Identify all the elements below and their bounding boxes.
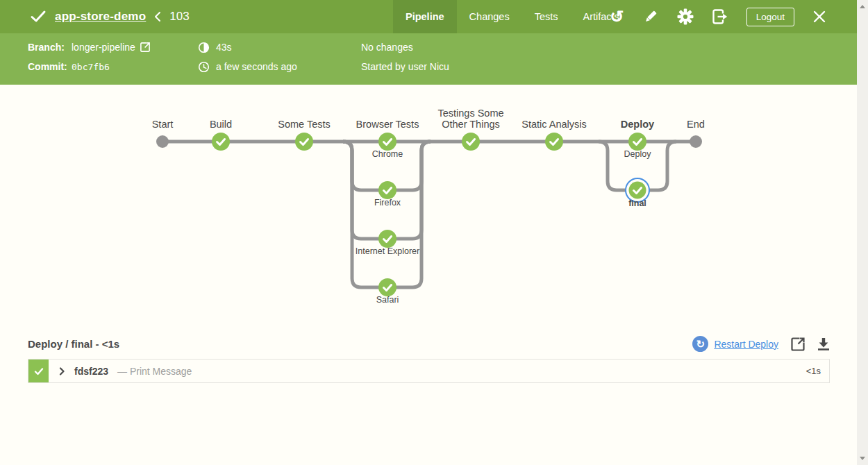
edit-pencil-icon[interactable] [642,8,659,25]
external-link-icon [140,42,150,52]
header-actions: ↺ [610,0,826,33]
restart-deploy-label: Restart Deploy [714,339,778,350]
commit-value: 0bc7fb6 [72,62,110,72]
status-check-icon [29,8,47,26]
selected-step-title: Deploy / final - <1s [28,338,119,350]
stage-label-static-analysis: Static Analysis [521,119,587,130]
chevron-left-icon [153,10,162,23]
graph-edges [162,142,696,287]
graph-node-static-analysis[interactable] [545,133,563,151]
download-log-icon[interactable] [817,338,830,350]
branch-label-deploy: Deploy [624,149,652,159]
logout-exit-icon[interactable] [712,8,728,25]
stage-label-some-tests: Some Tests [278,119,331,130]
rerun-icon[interactable]: ↺ [610,8,624,25]
detail-actions: ↻ Restart Deploy [692,336,830,352]
tab-tests[interactable]: Tests [522,0,571,33]
branch-commit-column: Branch: longer-pipeline Commit: 0bc7fb6 [28,39,198,78]
changes-text: No changes [361,42,413,53]
breadcrumb: app-store-demo 103 [29,0,190,33]
branch-label-final: final [628,198,646,208]
run-details-bar: Branch: longer-pipeline Commit: 0bc7fb6 [0,33,857,85]
tab-changes[interactable]: Changes [457,0,522,33]
pipeline-graph: Start Build Some Tests Browser Tests Tes… [0,85,857,326]
duration-value: 43s [216,42,232,53]
graph-node-internet-explorer[interactable] [378,230,397,248]
graph-node-start[interactable] [156,135,169,148]
duration-icon [198,42,210,53]
branch-label-firefox: Firefox [374,198,401,208]
graph-node-safari[interactable] [378,278,397,296]
commit-label: Commit: [28,61,72,72]
time-column: 43s a few seconds ago [198,39,361,78]
graph-node-firefox[interactable] [378,181,397,199]
cause-column: No changes Started by user Nicu [361,39,857,78]
branch-label-internet-explorer: Internet Explorer [356,246,419,256]
step-duration: <1s [806,360,829,382]
branch-label-safari: Safari [376,295,399,305]
logout-button[interactable]: Logout [746,8,794,26]
time-ago-value: a few seconds ago [216,61,297,72]
stage-label-testings-line1: Testings Some [437,108,503,119]
stage-label-start: Start [152,119,174,130]
stage-label-build: Build [210,119,232,130]
stage-label-browser-tests: Browser Tests [356,119,419,130]
graph-node-chrome[interactable] [378,133,397,151]
close-icon[interactable] [812,10,826,24]
stage-label-end: End [687,119,705,130]
branch-value: longer-pipeline [72,42,135,53]
tab-pipeline[interactable]: Pipeline [393,0,457,33]
restart-deploy-link[interactable]: ↻ Restart Deploy [692,336,778,352]
stage-label-deploy: Deploy [621,119,654,130]
clock-icon [198,61,210,73]
graph-node-end[interactable] [690,135,702,148]
run-number: 103 [169,10,189,24]
branch-label: Branch: [28,42,72,53]
step-status-success [28,360,49,382]
restart-deploy-icon: ↻ [692,336,708,352]
graph-node-testings-some-other-things[interactable] [462,133,480,151]
graph-node-some-tests[interactable] [295,133,313,151]
stage-label-testings-line2: Other Things [442,119,500,130]
step-detail-section: Deploy / final - <1s ↻ Restart Deploy [28,326,830,383]
scrollbar-track[interactable] [857,0,868,465]
open-external-icon[interactable] [791,337,805,351]
settings-gear-icon[interactable] [677,8,694,25]
graph-node-deploy[interactable] [628,133,646,151]
tab-bar: Pipeline Changes Tests Artifacts [393,0,632,33]
step-id: fdsf223 [74,366,108,377]
pipeline-name-link[interactable]: app-store-demo [55,10,146,24]
top-bar: app-store-demo 103 Pipeline Changes Test… [0,0,857,33]
scrollbar-up-arrow[interactable] [860,5,865,8]
step-description: — Print Message [117,366,192,377]
branch-label-chrome: Chrome [372,149,403,159]
scrollbar-down-arrow[interactable] [860,457,865,460]
page: app-store-demo 103 Pipeline Changes Test… [0,0,857,383]
expand-chevron-icon[interactable] [58,367,65,375]
branch-link[interactable]: longer-pipeline [72,42,150,53]
step-row[interactable]: fdsf223 — Print Message <1s [28,359,830,383]
graph-node-build[interactable] [212,133,230,151]
started-by-text: Started by user Nicu [361,61,449,72]
